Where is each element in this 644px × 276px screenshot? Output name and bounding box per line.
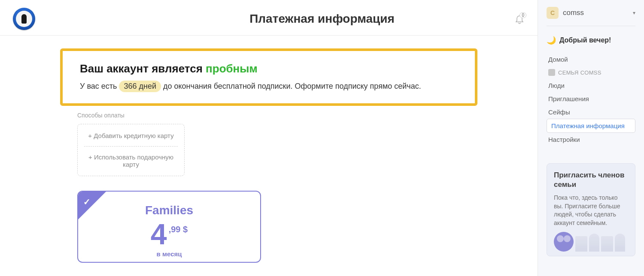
content-area: Ваш аккаунт является пробным У вас есть …	[0, 36, 538, 263]
sidebar: C comss ▾ 🌙 Добрый вечер! Домой СЕМЬЯ CO…	[538, 0, 644, 276]
plan-card-families[interactable]: ✓ Families 4 ,99 $ в месяц	[77, 191, 261, 263]
people-icon	[554, 232, 574, 252]
trial-banner: Ваш аккаунт является пробным У вас есть …	[60, 48, 477, 106]
app-logo-icon[interactable]	[13, 8, 35, 30]
trial-sub-suffix: до окончания бесплатной подписки. Оформи…	[161, 82, 421, 90]
greeting: 🌙 Добрый вечер!	[547, 36, 635, 45]
add-credit-card-button[interactable]: + Добавить кредитную карту	[86, 132, 176, 139]
plan-selected-corner	[78, 192, 106, 219]
moon-icon: 🌙	[547, 36, 556, 45]
plan-period: в месяц	[87, 250, 252, 258]
check-icon: ✓	[83, 197, 91, 207]
building-icon	[575, 236, 587, 252]
trial-status-word: пробным	[206, 62, 258, 75]
header: Платежная информация 0	[0, 0, 538, 36]
invite-card-text: Пока что, здесь только вы. Пригласите бо…	[554, 194, 628, 227]
trial-title-prefix: Ваш аккаунт является	[80, 62, 206, 75]
nav-family-header[interactable]: СЕМЬЯ COMSS	[547, 66, 635, 79]
invite-family-card[interactable]: Пригласить членов семьи Пока что, здесь …	[547, 163, 635, 256]
trial-subtitle: У вас есть 366 дней до окончания бесплат…	[80, 81, 458, 92]
payment-methods-label: Способы оплаты	[77, 112, 477, 119]
username: comss	[563, 9, 629, 17]
trial-title: Ваш аккаунт является пробным	[80, 62, 458, 75]
nav-billing[interactable]: Платежная информация	[547, 119, 635, 133]
payment-methods-box: + Добавить кредитную карту + Использоват…	[77, 124, 185, 176]
trial-days-badge: 366 дней	[119, 81, 161, 92]
notifications-button[interactable]: 0	[514, 13, 525, 24]
nav-settings[interactable]: Настройки	[547, 133, 635, 146]
page-title: Платежная информация	[249, 12, 395, 26]
plan-name: Families	[87, 204, 252, 217]
notifications-count: 0	[519, 12, 526, 18]
building-icon	[601, 236, 613, 252]
plan-price-major: 4	[151, 219, 167, 249]
plan-price: 4 ,99 $	[87, 219, 252, 249]
nav-vaults[interactable]: Сейфы	[547, 105, 635, 119]
trial-sub-prefix: У вас есть	[80, 82, 119, 90]
chevron-down-icon: ▾	[633, 10, 635, 16]
account-menu[interactable]: C comss ▾	[547, 7, 635, 26]
invite-card-title: Пригласить членов семьи	[554, 171, 628, 189]
family-label: СЕМЬЯ COMSS	[558, 69, 601, 76]
nav-invites[interactable]: Приглашения	[547, 92, 635, 105]
nav-home[interactable]: Домой	[547, 53, 635, 66]
main-panel: Платежная информация 0 Ваш аккаунт являе…	[0, 0, 538, 276]
plan-price-minor: ,99 $	[169, 225, 188, 234]
divider	[84, 146, 178, 147]
building-icon	[615, 234, 625, 252]
building-icon	[589, 234, 599, 252]
invite-illustration	[554, 233, 628, 252]
family-icon	[548, 69, 555, 76]
avatar: C	[547, 7, 559, 19]
use-gift-card-button[interactable]: + Использовать подарочную карту	[86, 153, 176, 168]
greeting-text: Добрый вечер!	[559, 36, 611, 44]
nav-people[interactable]: Люди	[547, 79, 635, 92]
